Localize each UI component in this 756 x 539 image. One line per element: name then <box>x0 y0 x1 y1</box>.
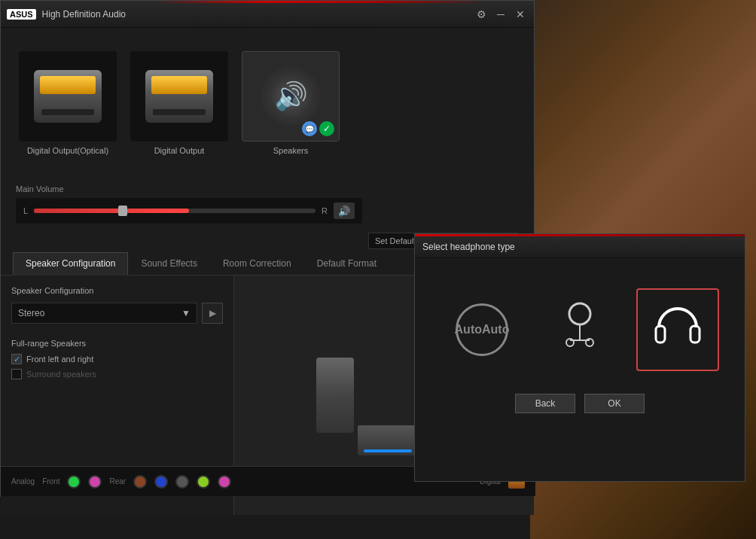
dialog-title: Select headphone type <box>422 242 515 252</box>
svg-rect-6 <box>656 326 665 343</box>
minimize-button[interactable]: ─ <box>493 8 508 20</box>
device-label-optical: Digital Output(Optical) <box>27 146 108 155</box>
device-label-digital: Digital Output <box>154 146 205 155</box>
title-bar: ASUS High Definition Audio ⚙ ─ ✕ <box>1 1 534 28</box>
auto-text: Auto <box>455 323 482 336</box>
headphone-option-auto[interactable]: AutoAuto <box>440 288 523 371</box>
headphone-option-earbuds[interactable] <box>538 288 621 371</box>
play-button[interactable]: ▶ <box>202 303 223 324</box>
device-label-speakers: Speakers <box>273 146 308 155</box>
front-label: Front <box>42 477 59 486</box>
surround-checkbox[interactable] <box>11 369 22 379</box>
speaker-config-title: Speaker Configuration <box>11 286 223 295</box>
back-button[interactable]: Back <box>515 394 575 413</box>
dialog-title-accent <box>415 234 745 236</box>
device-speakers[interactable]: 🔊 💬 ✓ Speakers <box>239 48 343 158</box>
volume-fill <box>34 209 189 213</box>
surround-row: Surround speakers <box>11 369 223 379</box>
rear-port-blue[interactable] <box>154 475 168 489</box>
rear-port-pink[interactable] <box>218 475 231 489</box>
vol-right-label: R <box>322 206 328 215</box>
digital-visual <box>145 70 213 123</box>
app-title: High Definition Audio <box>42 9 126 20</box>
full-range-section: Full-range Speakers ✓ Front left and rig… <box>11 339 223 379</box>
rear-port-lime[interactable] <box>197 475 210 489</box>
device-icon-digital <box>130 51 228 142</box>
check-badge: ✓ <box>319 121 334 136</box>
volume-label: Main Volume <box>16 184 519 193</box>
speaker-visual: 🔊 <box>261 66 321 126</box>
settings-button[interactable]: ⚙ <box>474 8 489 20</box>
front-left-right-checkbox[interactable]: ✓ <box>11 354 22 364</box>
tab-default-format[interactable]: Default Format <box>304 252 389 276</box>
headphone-option-headphones[interactable] <box>636 288 719 371</box>
full-range-title: Full-range Speakers <box>11 339 223 348</box>
dialog-content: AutoAuto <box>415 258 745 428</box>
volume-slider[interactable] <box>34 209 316 213</box>
receiver-visual <box>358 425 418 455</box>
device-icon-optical <box>19 51 117 142</box>
optical-visual <box>34 70 102 123</box>
rear-port-brown[interactable] <box>133 475 147 489</box>
auto-icon: AutoAuto <box>456 303 508 356</box>
svg-point-0 <box>569 303 590 324</box>
headphones-svg <box>651 299 704 352</box>
tab-room-correction[interactable]: Room Correction <box>210 252 304 276</box>
dialog-title-bar: Select headphone type <box>415 234 745 258</box>
analog-label: Analog <box>11 477 35 486</box>
volume-section: Main Volume L R 🔊 <box>1 178 534 230</box>
volume-thumb[interactable] <box>118 206 127 216</box>
close-button[interactable]: ✕ <box>513 8 528 20</box>
ok-button[interactable]: OK <box>584 394 645 413</box>
checkmark-icon: ✓ <box>14 355 20 364</box>
earbuds-icon <box>553 299 606 361</box>
front-port-pink[interactable] <box>88 475 102 489</box>
asus-logo: ASUS <box>7 9 36 20</box>
tab-sound-effects[interactable]: Sound Effects <box>128 252 210 276</box>
device-icon-speakers: 🔊 💬 ✓ <box>242 51 340 142</box>
device-digital-optical[interactable]: Digital Output(Optical) <box>16 48 120 158</box>
front-left-right-row: ✓ Front left and right <box>11 354 223 364</box>
rear-label: Rear <box>109 477 126 486</box>
headphones-icon <box>651 299 704 361</box>
device-row: Digital Output(Optical) Digital Output 🔊… <box>1 28 534 178</box>
surround-label: Surround speakers <box>26 370 96 379</box>
rear-port-grey[interactable] <box>175 475 189 489</box>
badge-container: 💬 ✓ <box>302 121 334 136</box>
front-port-green[interactable] <box>67 475 81 489</box>
chat-badge: 💬 <box>302 121 317 136</box>
svg-rect-7 <box>690 326 700 343</box>
window-controls: ⚙ ─ ✕ <box>474 8 528 20</box>
title-bar-logo: ASUS High Definition Audio <box>7 9 126 20</box>
volume-controls: L R 🔊 <box>16 198 362 224</box>
front-left-right-label: Front left and right <box>26 355 93 364</box>
device-digital-output[interactable]: Digital Output <box>127 48 231 158</box>
vol-left-label: L <box>23 206 28 215</box>
left-speaker-visual <box>316 358 354 433</box>
dropdown-chevron-icon: ▼ <box>181 308 191 318</box>
earbuds-svg <box>553 299 606 352</box>
speaker-config-dropdown[interactable]: Stereo ▼ <box>11 303 197 324</box>
dropdown-value: Stereo <box>18 308 44 318</box>
volume-mute-button[interactable]: 🔊 <box>334 203 355 219</box>
title-bar-accent <box>151 1 489 3</box>
dropdown-row: Stereo ▼ ▶ <box>11 303 223 324</box>
dialog-buttons: Back OK <box>515 394 645 413</box>
headphone-dialog: Select headphone type AutoAuto <box>414 233 745 482</box>
tab-speaker-configuration[interactable]: Speaker Configuration <box>13 252 128 276</box>
headphone-options: AutoAuto <box>440 288 719 371</box>
